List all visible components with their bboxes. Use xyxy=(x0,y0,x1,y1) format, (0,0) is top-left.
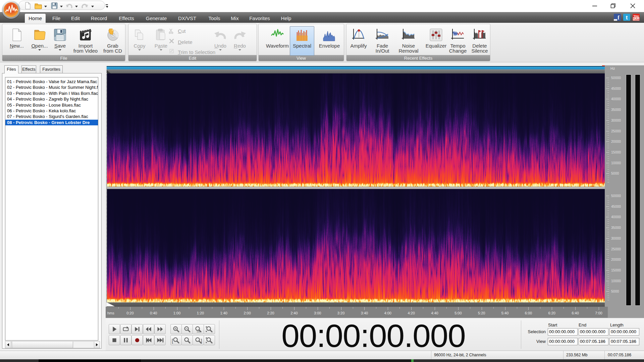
svg-text:]: ] xyxy=(201,338,202,344)
svg-text:You: You xyxy=(634,14,639,18)
svg-text:t: t xyxy=(626,14,628,21)
svg-text:[: [ xyxy=(172,338,173,344)
svg-text:Tube: Tube xyxy=(633,17,640,21)
svg-text:f: f xyxy=(618,15,620,20)
svg-text:100: 100 xyxy=(197,330,200,333)
